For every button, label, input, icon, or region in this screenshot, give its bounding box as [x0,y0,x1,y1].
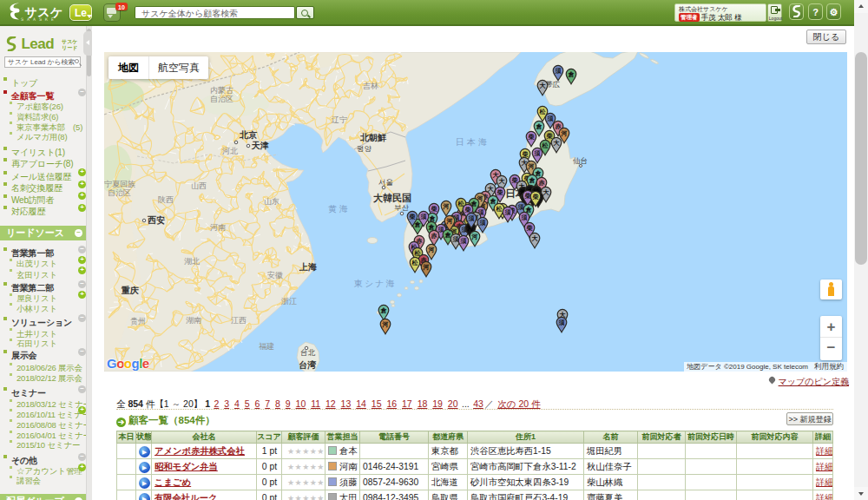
svg-text:柴: 柴 [410,214,417,220]
svg-text:河: 河 [528,163,535,170]
svg-text:安徽: 安徽 [267,271,283,280]
svg-text:倉: 倉 [529,177,536,184]
svg-text:河: 河 [443,203,450,210]
svg-text:柴: 柴 [497,189,504,196]
svg-text:湖南: 湖南 [186,316,201,325]
svg-text:倉: 倉 [490,198,497,205]
svg-text:北京: 北京 [239,130,258,140]
svg-text:倉: 倉 [568,71,575,78]
svg-text:柴: 柴 [533,194,540,201]
svg-text:上海: 上海 [299,262,317,272]
svg-text:松: 松 [542,142,549,149]
svg-text:大: 大 [532,235,539,242]
svg-text:須: 須 [517,204,524,211]
svg-text:天津: 天津 [251,141,269,150]
svg-text:倉: 倉 [429,215,437,222]
svg-text:須: 須 [504,209,511,216]
svg-text:須: 須 [547,115,554,122]
svg-text:須: 須 [460,238,467,245]
svg-text:台北: 台北 [300,348,316,357]
svg-text:赤: 赤 [538,180,545,187]
svg-text:吉林: 吉林 [363,82,378,90]
svg-text:河南: 河南 [210,223,226,232]
svg-text:河: 河 [471,234,478,240]
svg-text:陕西: 陕西 [158,195,174,204]
svg-text:大韓民国: 大韓民国 [373,193,411,203]
svg-text:서울: 서울 [378,178,393,187]
svg-text:赤: 赤 [555,123,562,130]
svg-text:自治区: 自治区 [210,95,233,103]
svg-text:大: 大 [543,189,550,196]
svg-text:赤: 赤 [431,233,437,240]
svg-text:東シナ海: 東シナ海 [353,279,396,288]
svg-text:松: 松 [496,206,503,213]
svg-text:大: 大 [488,186,495,193]
svg-text:江西: 江西 [231,316,247,325]
svg-text:福建: 福建 [259,342,274,351]
svg-text:黄 海: 黄 海 [328,204,348,214]
svg-text:倉: 倉 [536,123,543,130]
svg-text:倉: 倉 [428,224,436,231]
svg-text:山西: 山西 [191,181,207,190]
svg-text:柴: 柴 [431,206,438,213]
svg-text:大: 大 [499,178,506,185]
svg-text:仙台: 仙台 [573,156,588,165]
svg-text:贵州: 贵州 [130,317,146,326]
svg-text:松: 松 [539,109,547,115]
svg-text:宁夏回族: 宁夏回族 [104,180,135,188]
svg-text:須: 須 [534,150,541,157]
svg-text:大: 大 [540,82,547,89]
svg-text:重庆: 重庆 [121,286,139,295]
svg-text:日本海: 日本海 [456,137,490,147]
svg-text:河: 河 [382,321,389,328]
svg-text:須: 須 [468,215,475,222]
svg-text:부산: 부산 [394,203,410,212]
svg-text:自治区: 自治区 [108,188,131,197]
svg-text:須: 須 [558,319,565,326]
svg-text:松: 松 [411,260,419,266]
svg-text:台湾: 台湾 [299,360,317,370]
svg-text:柴: 柴 [547,133,554,140]
svg-text:倉: 倉 [380,307,388,314]
svg-text:柴: 柴 [523,151,529,158]
svg-text:柴: 柴 [465,207,472,214]
svg-text:西安: 西安 [147,215,165,225]
svg-text:河: 河 [561,130,568,137]
svg-text:河北: 河北 [222,147,238,155]
svg-text:河: 河 [423,264,430,271]
svg-text:山东: 山东 [264,197,279,206]
svg-text:須: 須 [420,214,427,220]
svg-text:北朝鮮: 北朝鮮 [359,133,387,142]
svg-text:須: 須 [452,236,459,243]
svg-text:柴: 柴 [529,134,536,141]
svg-text:辽宁: 辽宁 [332,115,347,124]
svg-text:須: 須 [479,220,486,227]
svg-text:湖北: 湖北 [184,257,200,266]
svg-text:柴: 柴 [527,225,534,232]
svg-text:大: 大 [554,140,561,147]
svg-text:須: 須 [521,214,528,221]
svg-text:浙江: 浙江 [280,297,297,306]
svg-text:河: 河 [446,218,453,225]
svg-text:평양: 평양 [357,144,372,153]
svg-text:須: 須 [555,68,562,75]
svg-text:河: 河 [428,247,435,253]
svg-text:内蒙古: 内蒙古 [210,86,233,95]
